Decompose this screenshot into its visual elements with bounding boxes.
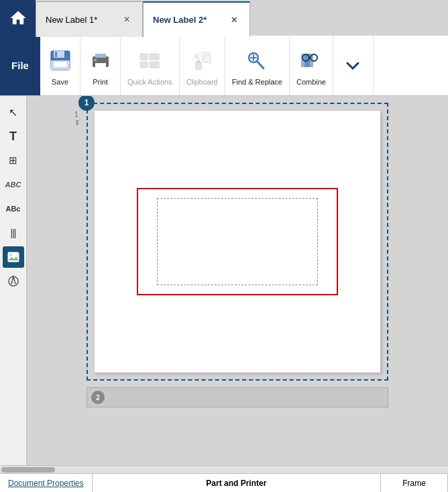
file-button[interactable]: File: [0, 36, 40, 95]
combine-label: Combine: [296, 78, 326, 86]
save-label: Save: [52, 78, 68, 86]
svg-rect-2: [55, 52, 57, 57]
canvas-area[interactable]: 1 1 ⇕ 2: [27, 96, 448, 465]
svg-line-20: [257, 61, 264, 68]
quick-actions-section[interactable]: Quick Actions: [121, 36, 180, 95]
svg-rect-16: [204, 54, 211, 62]
label-frame[interactable]: [137, 188, 338, 295]
tab-new-label-2[interactable]: New Label 2* ✕: [143, 1, 250, 37]
svg-rect-8: [94, 59, 97, 61]
tab-2-label: New Label 2*: [153, 15, 207, 25]
print-section[interactable]: Print: [80, 36, 121, 95]
barcode-tool[interactable]: |||: [3, 222, 24, 244]
combine-section[interactable]: Combine: [290, 36, 333, 95]
print-icon-area: [89, 46, 113, 75]
ruler-icon: ⇕: [74, 119, 80, 126]
svg-rect-12: [150, 62, 159, 68]
find-replace-icon-area: [245, 46, 269, 75]
label-sheet-1: [95, 111, 380, 373]
label-content-area[interactable]: [157, 198, 318, 285]
page-1-badge: 1: [78, 96, 95, 111]
home-button[interactable]: [0, 0, 36, 36]
svg-rect-9: [140, 54, 148, 60]
more-section[interactable]: [333, 36, 374, 95]
svg-rect-11: [150, 54, 159, 60]
combine-icon-area: [299, 46, 323, 75]
select-tool[interactable]: ↖: [3, 101, 24, 123]
save-section[interactable]: Save: [40, 36, 80, 95]
clipboard-label: Clipboard: [186, 78, 218, 86]
part-printer-label: Part and Printer: [93, 474, 381, 492]
find-replace-label: Find & Replace: [232, 78, 282, 86]
svg-rect-18: [197, 60, 201, 63]
quick-actions-icon-area: [137, 46, 162, 75]
shape-tool[interactable]: [3, 270, 24, 292]
abc-tool[interactable]: ABC: [3, 174, 24, 195]
tab-2-close[interactable]: ✕: [228, 15, 240, 26]
label-page-wrapper: 1 1 ⇕ 2: [87, 103, 388, 407]
tabs-bar: New Label 1* ✕ New Label 2* ✕: [0, 0, 448, 36]
text-tool-2[interactable]: ABc: [3, 198, 24, 219]
find-replace-section[interactable]: Find & Replace: [225, 36, 290, 95]
doc-props-link[interactable]: Document Properties: [0, 474, 93, 492]
svg-point-29: [9, 254, 12, 256]
quick-actions-label: Quick Actions: [127, 78, 172, 86]
frame-label: Frame: [381, 474, 448, 492]
grid-tool[interactable]: ⊞: [3, 150, 24, 171]
status-bar: Document Properties Part and Printer Fra…: [0, 473, 448, 492]
clipboard-section[interactable]: Clipboard: [180, 36, 225, 95]
horizontal-scrollbar[interactable]: [0, 465, 448, 473]
image-tool[interactable]: [3, 246, 24, 268]
clipboard-icon-area: [190, 46, 214, 75]
svg-rect-4: [54, 62, 67, 67]
tab-new-label-1[interactable]: New Label 1* ✕: [36, 1, 143, 37]
svg-rect-27: [309, 57, 311, 58]
page-2-badge: 2: [91, 391, 105, 404]
label-page-1[interactable]: 1 1 ⇕: [87, 103, 388, 381]
svg-rect-22: [253, 54, 254, 61]
svg-rect-10: [140, 62, 148, 68]
label-page-2[interactable]: 2: [87, 387, 388, 407]
save-icon-area: [48, 46, 72, 75]
ribbon: File Save Print: [0, 36, 448, 96]
scroll-thumb[interactable]: [1, 467, 55, 473]
svg-rect-7: [95, 63, 106, 68]
tab-1-close[interactable]: ✕: [121, 14, 133, 25]
text-tool[interactable]: T: [3, 126, 24, 147]
more-icon-area: [343, 51, 362, 81]
tab-1-label: New Label 1*: [46, 15, 97, 25]
print-label: Print: [93, 78, 108, 86]
svg-rect-6: [95, 54, 106, 58]
left-toolbar: ↖ T ⊞ ABC ABc |||: [0, 96, 27, 465]
main-area: ↖ T ⊞ ABC ABc ||| 1 1: [0, 96, 448, 465]
ruler-1: 1: [74, 111, 78, 118]
